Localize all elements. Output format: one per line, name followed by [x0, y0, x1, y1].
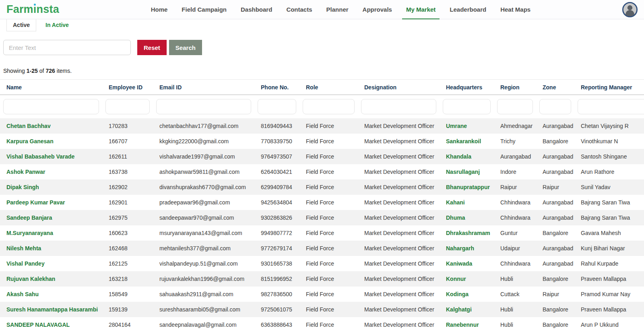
column-header-phone-no[interactable]: Phone No. [254, 80, 299, 95]
nav-item-dashboard[interactable]: Dashboard [241, 0, 272, 19]
cell-name[interactable]: Dipak Singh [0, 179, 102, 195]
cell-email-id: vishalpandeyup.51@gmail.com [153, 256, 254, 271]
cell-zone: Aurangabad [536, 118, 574, 134]
search-input[interactable] [3, 40, 131, 55]
cell-headquarters[interactable]: Nahargarh [440, 241, 494, 256]
cell-phone-no: 6264030421 [254, 164, 299, 179]
cell-region: Hubli [494, 302, 536, 317]
cell-name[interactable]: Ashok Panwar [0, 164, 102, 179]
cell-role: Field Force [299, 210, 358, 225]
cell-headquarters[interactable]: Umrane [440, 118, 494, 134]
user-avatar-icon[interactable] [622, 2, 638, 17]
cell-employee-id: 162902 [102, 179, 153, 195]
cell-designation: Market Development Officer [358, 225, 440, 241]
filter-input-headquarters[interactable] [443, 99, 491, 114]
nav-item-home[interactable]: Home [151, 0, 168, 19]
filter-input-designation[interactable] [361, 99, 436, 114]
cell-name[interactable]: Pardeep Kumar Pavar [0, 195, 102, 210]
table-filter-row [0, 95, 644, 118]
cell-employee-id: 170283 [102, 118, 153, 134]
main-nav: HomeField CampaignDashboardContactsPlann… [59, 0, 622, 19]
nav-item-leaderboard[interactable]: Leaderboard [450, 0, 486, 19]
cell-headquarters[interactable]: Dhrakashramam [440, 225, 494, 241]
cell-headquarters[interactable]: Kahani [440, 195, 494, 210]
nav-item-heat-maps[interactable]: Heat Maps [500, 0, 530, 19]
nav-item-my-market[interactable]: My Market [406, 0, 436, 19]
cell-name[interactable]: SANDEEP NALAVAGAL [0, 317, 102, 332]
employee-table-container: NameEmployee IDEmail IDPhone No.RoleDesi… [0, 79, 644, 332]
cell-headquarters[interactable]: Konnur [440, 271, 494, 287]
cell-headquarters[interactable]: Kaniwada [440, 256, 494, 271]
cell-headquarters[interactable]: Dhuma [440, 210, 494, 225]
cell-employee-id: 163738 [102, 164, 153, 179]
column-header-headquarters[interactable]: Headquarters [440, 80, 494, 95]
reset-button[interactable]: Reset [137, 40, 167, 55]
nav-item-field-campaign[interactable]: Field Campaign [182, 0, 227, 19]
nav-item-contacts[interactable]: Contacts [286, 0, 312, 19]
cell-headquarters[interactable]: Khandala [440, 149, 494, 164]
filter-cell-name [0, 95, 102, 118]
cell-designation: Market Development Officer [358, 179, 440, 195]
cell-headquarters[interactable]: Bhanupratappur [440, 179, 494, 195]
cell-reporting-manager: Chetan Vijaysing R [574, 118, 644, 134]
cell-name[interactable]: Vishal Babasaheb Varade [0, 149, 102, 164]
cell-phone-no: 6363888643 [254, 317, 299, 332]
column-header-role[interactable]: Role [299, 80, 358, 95]
filter-cell-email-id [153, 95, 254, 118]
filter-cell-headquarters [440, 95, 494, 118]
cell-zone: Bangalore [536, 225, 574, 241]
tab-in-active[interactable]: In Active [39, 19, 75, 31]
column-header-employee-id[interactable]: Employee ID [102, 80, 153, 95]
cell-name[interactable]: Chetan Bachhav [0, 118, 102, 134]
filter-input-employee-id[interactable] [105, 99, 150, 114]
app-logo[interactable]: Farmınsta [6, 3, 59, 16]
column-header-designation[interactable]: Designation [358, 80, 440, 95]
cell-designation: Market Development Officer [358, 271, 440, 287]
search-button[interactable]: Search [169, 40, 202, 55]
nav-item-planner[interactable]: Planner [326, 0, 349, 19]
column-header-zone[interactable]: Zone [536, 80, 574, 95]
column-header-reporting-manager[interactable]: Reporting Manager [574, 80, 644, 95]
cell-headquarters[interactable]: Kalghatgi [440, 302, 494, 317]
filter-input-zone[interactable] [539, 99, 571, 114]
cell-region: Trichy [494, 134, 536, 149]
cell-name[interactable]: Karpura Ganesan [0, 134, 102, 149]
cell-employee-id: 162901 [102, 195, 153, 210]
cell-designation: Market Development Officer [358, 241, 440, 256]
cell-headquarters[interactable]: Ranebennur [440, 317, 494, 332]
column-header-email-id[interactable]: Email ID [153, 80, 254, 95]
cell-region: Guntur [494, 225, 536, 241]
cell-name[interactable]: Akash Sahu [0, 287, 102, 302]
cell-name[interactable]: Nilesh Mehta [0, 241, 102, 256]
filter-input-name[interactable] [3, 99, 99, 114]
column-header-name[interactable]: Name [0, 80, 102, 95]
column-header-region[interactable]: Region [494, 80, 536, 95]
cell-headquarters[interactable]: Kodinga [440, 287, 494, 302]
cell-reporting-manager: Arun P Ukkund [574, 317, 644, 332]
filter-cell-designation [358, 95, 440, 118]
cell-email-id: divanshuprakash6770@gmail.com [153, 179, 254, 195]
cell-name[interactable]: Suresh Hanamantappa Hasarambi [0, 302, 102, 317]
filter-input-reporting-manager[interactable] [578, 99, 644, 114]
cell-headquarters[interactable]: Nasrullaganj [440, 164, 494, 179]
cell-region: Indore [494, 164, 536, 179]
nav-item-approvals[interactable]: Approvals [363, 0, 392, 19]
cell-phone-no: 9425634804 [254, 195, 299, 210]
filter-input-email-id[interactable] [156, 99, 251, 114]
table-row: Sandeep Banjara162975sandeepawar970@gmai… [0, 210, 644, 225]
cell-headquarters[interactable]: Sankarankoil [440, 134, 494, 149]
table-row: Suresh Hanamantappa Hasarambi159139sures… [0, 302, 644, 317]
filter-input-region[interactable] [497, 99, 533, 114]
cell-name[interactable]: M.Suryanarayana [0, 225, 102, 241]
cell-email-id: mehtanilesh377@gmail.com [153, 241, 254, 256]
filter-input-role[interactable] [303, 99, 355, 114]
filter-input-phone-no[interactable] [258, 99, 296, 114]
cell-email-id: pradeepawar96@gmail.com [153, 195, 254, 210]
cell-role: Field Force [299, 241, 358, 256]
tab-active[interactable]: Active [6, 19, 36, 31]
cell-role: Field Force [299, 287, 358, 302]
cell-name[interactable]: Vishal Pandey [0, 256, 102, 271]
cell-name[interactable]: Sandeep Banjara [0, 210, 102, 225]
cell-name[interactable]: Rujuvan Kalekhan [0, 271, 102, 287]
cell-employee-id: 160623 [102, 225, 153, 241]
